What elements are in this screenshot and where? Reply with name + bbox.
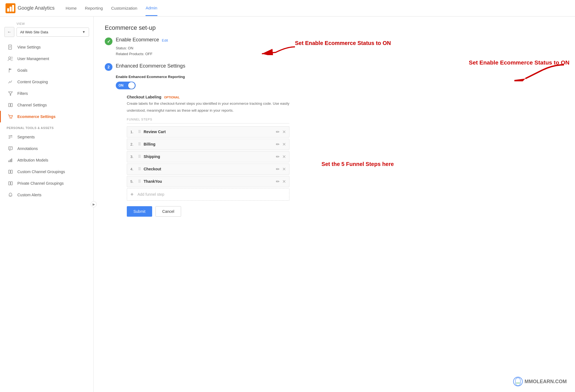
section2-enhanced-ecommerce: 2 Enhanced Ecommerce Settings Enable Enh… [105, 63, 564, 221]
sidebar-item-custom-alerts[interactable]: Custom Alerts [0, 189, 93, 201]
svg-rect-29 [11, 170, 12, 173]
sidebar-item-custom-channel-groupings-label: Custom Channel Groupings [17, 170, 65, 174]
app-name: Google Analytics [18, 5, 55, 11]
funnel-step-1: 1. ⠿ Review Cart ✏ ✕ [127, 126, 289, 138]
nav-admin[interactable]: Admin [146, 1, 157, 16]
cart-icon [7, 114, 14, 120]
sidebar-item-attribution-models-label: Attribution Models [17, 158, 48, 162]
funnel-step-5-delete-icon[interactable]: ✕ [282, 179, 286, 184]
funnel-step-4-edit-icon[interactable]: ✏ [276, 167, 280, 172]
view-dropdown[interactable]: All Web Site Data ▼ [17, 28, 89, 37]
svg-rect-26 [10, 159, 11, 162]
funnel-step-3-edit-icon[interactable]: ✏ [276, 154, 280, 159]
sidebar: VIEW ← All Web Site Data ▼ View Settings… [0, 17, 94, 392]
svg-rect-31 [11, 182, 12, 185]
content-area: Ecommerce set-up Enable Ecommerce Edit S… [94, 17, 575, 392]
sidebar-item-attribution-models[interactable]: Attribution Models [0, 154, 93, 166]
action-buttons: Submit Cancel [127, 206, 289, 217]
sidebar-item-private-channel-groupings[interactable]: Private Channel Groupings [0, 178, 93, 189]
section1-circle [105, 37, 112, 45]
funnel-step-5-name: ThankYou [144, 179, 276, 184]
ga-logo-icon [6, 3, 15, 13]
annotation2-text: Set the 5 Funnel Steps here [321, 161, 394, 167]
cancel-button[interactable]: Cancel [155, 206, 181, 217]
content-grouping-icon [7, 79, 14, 85]
add-funnel-step-row[interactable]: + Add funnel step [127, 188, 289, 201]
sidebar-item-channel-settings[interactable]: Channel Settings [0, 99, 93, 111]
sidebar-item-annotations[interactable]: Annotations [0, 143, 93, 154]
sidebar-item-segments[interactable]: Segments [0, 131, 93, 143]
toggle-on-button[interactable]: ON [116, 82, 136, 89]
funnel-step-1-delete-icon[interactable]: ✕ [282, 129, 286, 135]
sidebar-item-private-channel-groupings-label: Private Channel Groupings [17, 181, 64, 186]
sidebar-item-filters-label: Filters [17, 91, 28, 96]
section1-status-line2: Related Products: OFF [116, 51, 168, 57]
private-channel-icon [7, 180, 14, 186]
view-name: All Web Site Data [20, 30, 48, 34]
funnel-step-1-edit-icon[interactable]: ✏ [276, 129, 280, 135]
svg-rect-3 [12, 5, 14, 12]
sidebar-item-view-settings[interactable]: View Settings [0, 41, 93, 53]
svg-rect-25 [9, 160, 9, 162]
channel-settings-icon [7, 102, 14, 108]
drag-icon-3[interactable]: ⠿ [138, 154, 141, 159]
drag-icon-2[interactable]: ⠿ [138, 142, 141, 146]
sidebar-item-goals-label: Goals [17, 68, 28, 73]
personal-tools-header: PERSONAL TOOLS & ASSETS [0, 122, 93, 131]
view-selector: ← All Web Site Data ▼ [4, 27, 89, 37]
sidebar-item-ecommerce-settings[interactable]: Ecommerce Settings [0, 111, 93, 122]
section1-title: Enable Ecommerce [116, 37, 159, 43]
page-title: Ecommerce set-up [105, 24, 564, 31]
funnel-step-5-num: 5. [130, 179, 138, 184]
section1-enable-ecommerce: Enable Ecommerce Edit Status: ON Related… [105, 37, 564, 57]
funnel-step-4-delete-icon[interactable]: ✕ [282, 167, 286, 172]
custom-channel-icon [7, 169, 14, 175]
drag-icon-4[interactable]: ⠿ [138, 167, 141, 171]
nav-reporting[interactable]: Reporting [85, 1, 103, 15]
section1-status-line1: Status: ON [116, 45, 168, 51]
top-navigation: Google Analytics Home Reporting Customiz… [0, 0, 575, 17]
nav-home[interactable]: Home [66, 1, 77, 15]
funnel-step-3-delete-icon[interactable]: ✕ [282, 154, 286, 159]
funnel-step-2-delete-icon[interactable]: ✕ [282, 142, 286, 147]
toggle-on-text: ON [116, 84, 123, 87]
sidebar-collapse-arrow[interactable]: ▶ [91, 201, 97, 207]
annotation1-overlay-text: Set Enable Ecommerce Status to ON [469, 59, 569, 66]
annotation1-arrow-svg [254, 39, 298, 55]
funnel-steps-list: 1. ⠿ Review Cart ✏ ✕ 2. ⠿ Billing ✏ ✕ [127, 126, 289, 187]
enable-enhanced-label: Enable Enhanced Ecommerce Reporting [116, 75, 289, 79]
back-button[interactable]: ← [4, 27, 14, 37]
annotation1-container: Set Enable Ecommerce Status to ON [254, 39, 298, 55]
funnel-step-2-edit-icon[interactable]: ✏ [276, 142, 280, 147]
funnel-step-2-name: Billing [144, 142, 276, 146]
svg-rect-30 [9, 182, 10, 185]
nav-links: Home Reporting Customization Admin [66, 1, 569, 16]
funnel-step-2-num: 2. [130, 142, 138, 146]
svg-rect-21 [9, 147, 12, 150]
sidebar-item-goals[interactable]: Goals [0, 65, 93, 76]
section2-content: Enable Enhanced Ecommerce Reporting ON C… [116, 75, 289, 217]
svg-point-35 [514, 377, 522, 386]
add-funnel-plus-icon: + [130, 191, 134, 198]
toggle-container: ON [116, 82, 289, 89]
sidebar-item-segments-label: Segments [17, 135, 35, 139]
sidebar-item-custom-channel-groupings[interactable]: Custom Channel Groupings [0, 166, 93, 178]
nav-customization[interactable]: Customization [111, 1, 137, 15]
sidebar-item-user-management[interactable]: User Management [0, 53, 93, 65]
section1-edit-link[interactable]: Edit [162, 38, 168, 42]
funnel-step-1-name: Review Cart [144, 130, 276, 134]
drag-icon-1[interactable]: ⠿ [138, 130, 141, 134]
sidebar-item-filters[interactable]: Filters [0, 88, 93, 99]
drag-icon-5[interactable]: ⠿ [138, 179, 141, 184]
watermark-text: MMOLEARN.COM [525, 379, 567, 385]
sidebar-item-content-grouping[interactable]: Content Grouping [0, 76, 93, 88]
check-icon [107, 39, 111, 44]
toggle-knob [128, 82, 135, 89]
funnel-step-5-edit-icon[interactable]: ✏ [276, 179, 280, 184]
checkout-desc1: Create labels for the checkout-funnel st… [127, 101, 289, 106]
svg-rect-12 [9, 103, 10, 107]
funnel-step-3: 3. ⠿ Shipping ✏ ✕ [127, 151, 289, 162]
section2-circle: 2 [105, 63, 112, 71]
add-funnel-text: Add funnel step [138, 192, 164, 197]
submit-button[interactable]: Submit [127, 206, 152, 217]
